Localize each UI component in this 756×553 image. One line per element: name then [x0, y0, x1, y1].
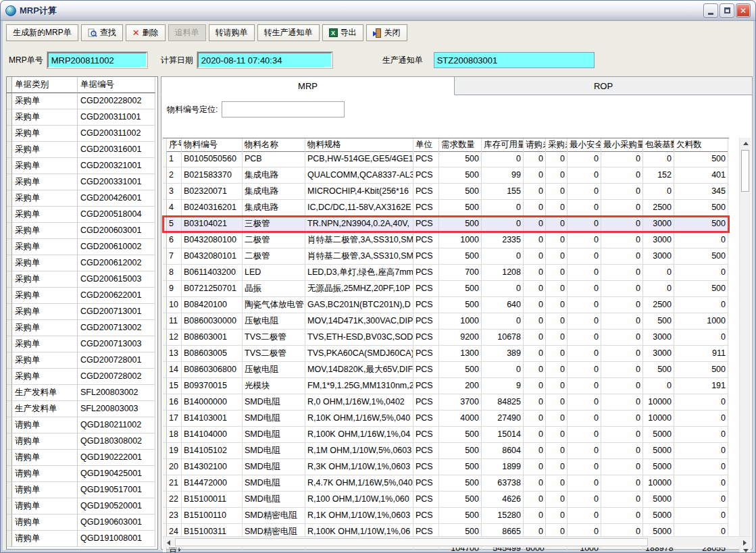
table-cell: R,0 OHM,1/16W,1%,0402: [305, 394, 413, 411]
table-cell: SMD精密电阻: [243, 508, 305, 524]
table-row[interactable]: 14B0860306800压敏电阻MOV,14D820K,最大65V,DIFPC…: [163, 362, 729, 378]
table-row[interactable]: 17B14103001SMD电阻R,10K OHM,1/16W,5%,040PC…: [163, 411, 729, 427]
document-list-cell: CGD200518004: [78, 207, 155, 223]
vertical-scrollbar[interactable]: [739, 138, 751, 553]
table-row[interactable]: 18B14104000SMD电阻R,100K OHM,1/16W,1%,04PC…: [163, 427, 729, 443]
toolbar-button-5[interactable]: 转请购单: [209, 24, 255, 41]
table-row[interactable]: 13B08603005TVS二极管TVS,PKA60CA(SMDJ60CA)PC…: [163, 346, 729, 362]
table-row[interactable]: 23B15100110SMD精密电阻R,1K OHM,1/10W,1%,0603…: [163, 508, 729, 524]
table-cell: PCS: [413, 394, 439, 411]
horizontal-scroll-thumb[interactable]: [175, 538, 648, 546]
document-list-cell: CGD200728002: [78, 369, 155, 385]
table-cell: 0: [601, 265, 643, 281]
table-cell: 0: [546, 167, 568, 184]
table-row[interactable]: 10B08420100陶瓷气体放电管GAS,BC201N(BTC201N),DP…: [163, 297, 729, 313]
toolbar-button-6[interactable]: 转生产通知单: [257, 24, 320, 41]
table-row[interactable]: 1B0105050560PCBPCB,HW-514GE,GE5/4GE1PCS5…: [163, 151, 729, 167]
tab-rop[interactable]: ROP: [455, 76, 753, 95]
document-list-row[interactable]: 采购单CGD200728002: [7, 369, 157, 385]
document-list-row[interactable]: 采购单CGD200426001: [7, 190, 157, 207]
mrp-no-input[interactable]: [47, 52, 147, 68]
row-indicator: [7, 385, 12, 401]
toolbar-button-7[interactable]: X导出: [322, 24, 363, 41]
document-list-row[interactable]: 采购单CGD200321001: [7, 158, 157, 174]
table-cell: 0: [524, 297, 546, 313]
toolbar-button-1[interactable]: 生成新的MRP单: [6, 24, 78, 41]
document-list-row[interactable]: 采购单CGD200728001: [7, 352, 157, 369]
prod-note-input[interactable]: [434, 52, 595, 68]
document-list-row[interactable]: 采购单CGD200311002: [7, 126, 157, 142]
table-row[interactable]: 4B0240316201集成电路IC,DC/DC,11-58V,AX3162EP…: [163, 200, 729, 216]
table-cell: B14000000: [182, 394, 243, 411]
minimize-button[interactable]: [703, 3, 718, 18]
document-list-row[interactable]: 采购单CGD200610002: [7, 239, 157, 255]
toolbar-button-3[interactable]: ✕删除: [126, 24, 166, 41]
document-list-row[interactable]: 采购单CGD200603001: [7, 223, 157, 239]
document-list-row[interactable]: 采购单CGD200612002: [7, 255, 157, 271]
toolbar-button-2[interactable]: 查找: [81, 24, 123, 41]
document-list-row[interactable]: 请购单QGD180211002: [7, 417, 157, 433]
calc-date-input[interactable]: [197, 52, 332, 68]
table-row[interactable]: 19B14105102SMD电阻R,1M OHM,1/10W,5%,0603PC…: [163, 443, 729, 459]
document-list-row[interactable]: 请购单QGD180308002: [7, 433, 157, 450]
table-row[interactable]: 3B02320071集成电路MICROCHIP,4-Kbit(256*16PCS…: [163, 184, 729, 200]
document-list-row[interactable]: 采购单CGD200615003: [7, 271, 157, 288]
locate-input[interactable]: [222, 101, 345, 117]
maximize-button[interactable]: [720, 3, 734, 18]
document-list-row[interactable]: 采购单CGD200316001: [7, 142, 157, 158]
row-indicator: [7, 109, 12, 126]
table-cell: 0: [546, 248, 568, 265]
document-list-row[interactable]: 请购单QGD191008001: [7, 531, 157, 547]
toolbar-button-8[interactable]: 关闭: [366, 24, 407, 41]
table-row[interactable]: 15B09370015光模块FM,1*9,1.25G,MM1310nm,2PCS…: [163, 378, 729, 394]
vertical-scroll-thumb[interactable]: [741, 150, 749, 192]
table-cell: 9200: [439, 330, 482, 346]
column-header-cell: 单位: [413, 138, 439, 152]
table-row[interactable]: 8B0611403200LEDLED,D3,单灯,绿色,座高7mmPCS7001…: [163, 265, 729, 281]
scroll-right-button[interactable]: [739, 537, 751, 548]
document-list-row[interactable]: 采购单CGD200622001: [7, 288, 157, 304]
table-row[interactable]: 9B0721250701晶振无源晶振,25MHZ,20PF,10PPCS5000…: [163, 281, 729, 297]
table-row[interactable]: 7B0432080101二极管肖特基二极管,3A,SS310,SMPCS5000…: [163, 248, 729, 265]
document-list-row[interactable]: 采购单CGD200518004: [7, 207, 157, 223]
table-cell: PCS: [413, 151, 439, 167]
document-list-row[interactable]: 请购单QGD190603001: [7, 515, 157, 531]
document-list-row[interactable]: 生产发料单SFL200803002: [7, 385, 157, 401]
table-row[interactable]: 6B0432080100二极管肖特基二极管,3A,SS310,SMPCS1000…: [163, 232, 729, 248]
table-row[interactable]: 21B14472000SMD电阻R,4.7K OHM,1/16W,5%,040P…: [163, 475, 729, 492]
table-cell: 0: [568, 313, 601, 330]
document-list-row[interactable]: 生产发料单SFL200803003: [7, 401, 157, 417]
table-row[interactable]: 22B15100011SMD电阻R,100 OHM,1/10W,1%,060PC…: [163, 492, 729, 508]
table-cell: SMD电阻: [243, 492, 305, 508]
document-list-row[interactable]: 请购单QGD190425001: [7, 466, 157, 482]
table-row[interactable]: 11B0860030000压敏电阻MOV,14D471K,300VAC,DIPP…: [163, 313, 729, 330]
prod-note-label: 生产通知单: [382, 55, 423, 66]
document-list-row[interactable]: 采购单CGD200713001: [7, 304, 157, 320]
table-row[interactable]: 12B08603001TVS二极管TVS,ETH-ESD,BV03C,SODPC…: [163, 330, 729, 346]
table-cell: PCS: [413, 427, 439, 443]
table-cell: 0: [601, 378, 643, 394]
tab-mrp[interactable]: MRP: [161, 76, 455, 95]
table-cell: B14105102: [182, 443, 243, 459]
table-row[interactable]: 5B03104021三极管TR.NPN,2N3904,0.2A,40V,PCS5…: [163, 216, 729, 232]
document-list-row[interactable]: 请购单QGD190222001: [7, 450, 157, 466]
document-list-row[interactable]: 请购单QGD190517001: [7, 482, 157, 498]
document-list-row[interactable]: 采购单CGD200228002: [7, 93, 157, 109]
scroll-left-button[interactable]: [163, 537, 174, 548]
horizontal-scrollbar[interactable]: [163, 536, 751, 548]
title-bar[interactable]: MRP计算 ✕: [1, 1, 755, 21]
table-cell: 0: [674, 330, 728, 346]
table-row[interactable]: 16B14000000SMD电阻R,0 OHM,1/16W,1%,0402PCS…: [163, 394, 729, 411]
document-list-row[interactable]: 采购单CGD200311001: [7, 109, 157, 126]
table-cell: 911: [674, 346, 728, 362]
document-list-row[interactable]: 请购单QGD190520001: [7, 498, 157, 515]
close-button[interactable]: ✕: [736, 3, 751, 18]
document-list-row[interactable]: 采购单CGD200713002: [7, 320, 157, 336]
document-list-row[interactable]: 采购单CGD200331001: [7, 174, 157, 190]
document-list-row[interactable]: 采购单CGD200713003: [7, 336, 157, 352]
table-cell: 0: [601, 200, 643, 216]
table-cell: 0: [482, 248, 524, 265]
scroll-up-button[interactable]: [740, 138, 751, 149]
table-row[interactable]: 20B14302100SMD电阻R,3K OHM,1/10W,1%,0603PC…: [163, 459, 729, 475]
table-row[interactable]: 2B021583370集成电路QUALCOMM,QCA8337-AL3PCS50…: [163, 167, 729, 184]
